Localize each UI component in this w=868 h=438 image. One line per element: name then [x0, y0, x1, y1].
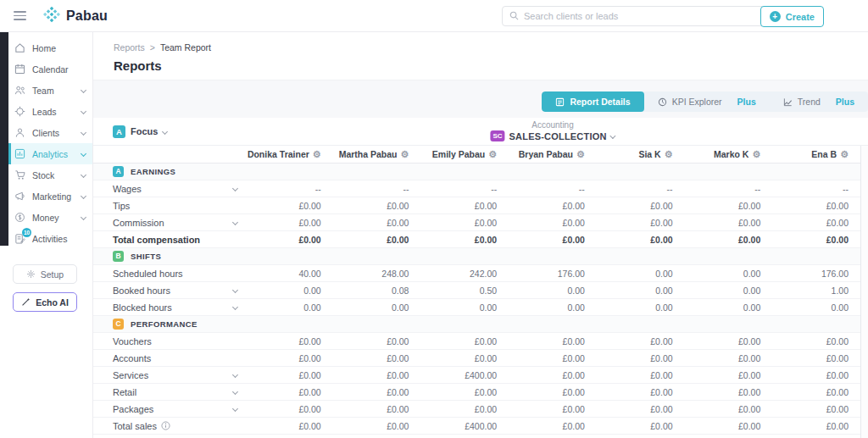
table-row: Retail£0.00£0.00£0.00£0.00£0.00£0.00£0.0… [93, 384, 860, 401]
column-settings-gear-icon[interactable]: ⚙ [752, 150, 760, 159]
column-settings-gear-icon[interactable]: ⚙ [488, 150, 497, 159]
menu-icon[interactable] [14, 11, 26, 20]
table-row: Accounts£0.00£0.00£0.00£0.00£0.00£0.00£0… [93, 350, 860, 367]
cell-value: £0.00 [597, 353, 685, 363]
sidebar-item-money[interactable]: Money [8, 207, 92, 228]
section-header-shifts: BSHIFTS [93, 248, 868, 265]
chevron-down-icon[interactable] [231, 219, 237, 225]
sidebar-item-activities[interactable]: 10Activities [8, 228, 92, 249]
activities-icon: 10 [14, 233, 25, 244]
row-label: Services [113, 370, 225, 380]
echo-ai-button[interactable]: Echo AI [13, 292, 77, 312]
column-header-name: Marko K [714, 149, 748, 159]
tab-label: Report Details [570, 97, 630, 107]
chevron-down-icon[interactable] [231, 304, 237, 310]
sidebar-item-analytics[interactable]: Analytics [8, 143, 92, 164]
cell-value: 248.00 [333, 269, 421, 279]
column-settings-gear-icon[interactable]: ⚙ [401, 150, 409, 159]
column-settings-gear-icon[interactable]: ⚙ [313, 150, 321, 159]
chevron-down-icon[interactable] [231, 406, 237, 412]
setup-button-label: Setup [41, 269, 64, 280]
chevron-down-icon[interactable] [231, 389, 237, 395]
brand-logo[interactable]: Pabau [43, 6, 108, 26]
row-label: Scheduled hours [113, 269, 225, 279]
chevron-down-icon[interactable] [231, 372, 237, 378]
row-label: Booked hours [113, 286, 225, 296]
focus-dropdown[interactable]: A Focus [113, 125, 167, 138]
cell-value: 0.00 [245, 302, 333, 313]
column-settings-gear-icon[interactable]: ⚙ [840, 150, 849, 159]
breadcrumb-reports[interactable]: Reports [114, 42, 145, 53]
sidebar-item-label: Home [32, 43, 87, 53]
section-header-performance: CPERFORMANCE [93, 316, 868, 333]
cell-value: £0.00 [245, 353, 333, 363]
analytics-icon [14, 148, 25, 159]
search-input[interactable] [524, 11, 771, 21]
chevron-down-icon[interactable] [231, 287, 237, 293]
app-window: Pabau + Create HomeCalendarTeamLeadsClie… [0, 0, 868, 438]
sidebar-item-leads[interactable]: Leads [8, 101, 92, 122]
cell-value: £0.00 [509, 421, 597, 431]
sidebar-item-home[interactable]: Home [8, 37, 92, 58]
tab-trend[interactable]: Trend Plus [770, 91, 868, 112]
cell-value: -- [420, 184, 509, 194]
cell-value: 40.00 [245, 269, 333, 279]
cell-value: £0.00 [597, 421, 685, 431]
cell-value: £0.00 [333, 353, 421, 363]
cell-value: £0.00 [420, 387, 509, 397]
column-header: Sia K⚙ [597, 149, 685, 159]
cell-value: 0.00 [333, 302, 421, 313]
magic-wand-icon [21, 297, 31, 307]
table-row: Scheduled hours40.00248.00242.00176.000.… [93, 265, 860, 282]
row-label: Retail [113, 387, 225, 397]
sidebar-item-marketing[interactable]: Marketing [8, 186, 92, 207]
accounting-selector[interactable]: Accounting SC SALES-COLLECTION [490, 120, 615, 141]
section-label: EARNINGS [131, 167, 175, 176]
column-header-name: Bryan Pabau [519, 149, 573, 159]
cell-value: £0.00 [509, 370, 597, 380]
chevron-down-icon[interactable] [231, 186, 237, 191]
tab-kpi-explorer[interactable]: KPI Explorer Plus [644, 91, 770, 112]
money-icon [14, 212, 25, 223]
sidebar-item-label: Clients [32, 128, 81, 138]
sidebar-item-label: Leads [32, 107, 81, 117]
sidebar-item-clients[interactable]: Clients [8, 122, 92, 143]
cell-value: 0.00 [685, 302, 773, 313]
cell-value: £0.00 [420, 218, 509, 228]
cell-value: £400.00 [420, 370, 509, 380]
sidebar-item-label: Analytics [32, 149, 81, 159]
cell-value: £0.00 [420, 336, 509, 347]
column-settings-gear-icon[interactable]: ⚙ [665, 150, 673, 159]
plus-icon: + [770, 11, 781, 22]
info-icon[interactable] [161, 421, 170, 430]
cell-value: £0.00 [597, 201, 685, 211]
table-row: Tips£0.00£0.00£0.00£0.00£0.00£0.00£0.00 [93, 197, 860, 214]
cell-value: -- [333, 184, 421, 194]
column-header: Marko K⚙ [685, 149, 773, 159]
focus-badge: A [113, 125, 125, 138]
tab-report-details[interactable]: Report Details [542, 91, 643, 112]
gear-icon [26, 269, 36, 279]
cell-value: £0.00 [509, 387, 597, 397]
brand-name: Pabau [66, 8, 108, 24]
row-label: Accounts [113, 353, 225, 363]
sidebar-item-team[interactable]: Team [8, 80, 92, 101]
create-button[interactable]: + Create [760, 6, 824, 27]
cell-value: £0.00 [685, 336, 773, 347]
cell-value: £0.00 [245, 404, 333, 414]
report-table-card: A Focus Accounting SC SALES-COLLECTION D… [93, 118, 868, 438]
sidebar-item-stock[interactable]: Stock [8, 164, 92, 186]
cell-value: £0.00 [772, 353, 860, 363]
cell-value: 0.00 [245, 286, 333, 296]
cell-value: £0.00 [597, 404, 685, 414]
setup-button[interactable]: Setup [13, 264, 77, 284]
column-header: Ena B⚙ [772, 149, 860, 159]
chevron-down-icon [81, 87, 86, 93]
tab-label: Trend [798, 97, 821, 107]
breadcrumb-separator: > [150, 42, 155, 53]
column-settings-gear-icon[interactable]: ⚙ [576, 150, 585, 159]
stock-icon [14, 169, 25, 180]
sidebar-item-calendar[interactable]: Calendar [8, 58, 92, 80]
cell-value: £0.00 [772, 370, 860, 380]
global-search [502, 6, 778, 26]
